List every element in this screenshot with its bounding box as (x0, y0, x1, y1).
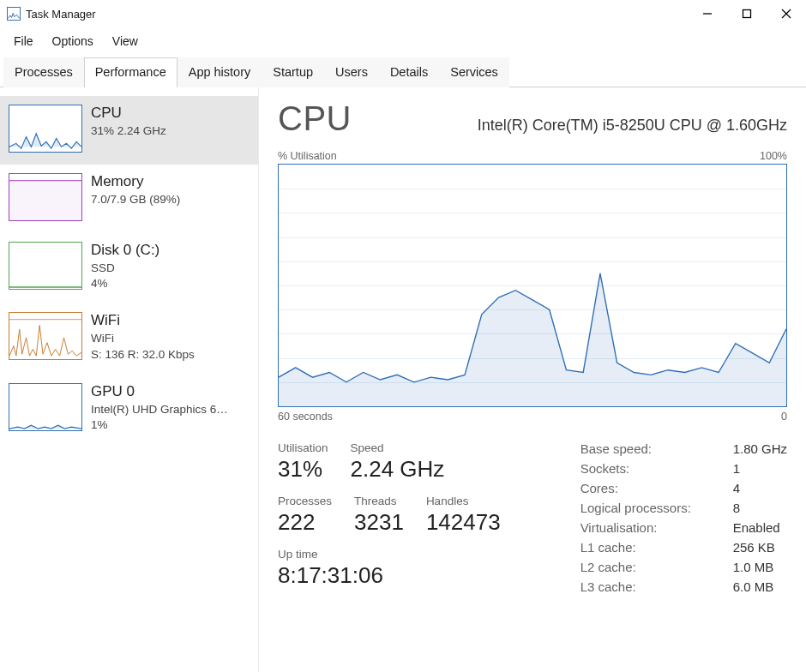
stat-processes: Processes 222 (278, 495, 332, 536)
spec-val: 1.80 GHz (733, 441, 787, 456)
sidebar-item-label: WiFi (91, 312, 195, 329)
task-manager-icon (7, 7, 21, 21)
cpu-thumb-icon (9, 105, 82, 153)
wifi-thumb-icon (9, 312, 82, 360)
tab-performance[interactable]: Performance (84, 57, 177, 87)
svg-rect-1 (743, 10, 751, 18)
window-title: Task Manager (26, 8, 96, 21)
cpu-chart-series (279, 165, 786, 406)
disk-thumb-icon (9, 242, 82, 290)
menu-view[interactable]: View (104, 31, 147, 51)
gpu-thumb-icon (9, 383, 82, 431)
menubar: File Options View (0, 27, 806, 57)
sidebar-item-gpu0[interactable]: GPU 0 Intel(R) UHD Graphics 6… 1% (0, 375, 258, 445)
menu-file[interactable]: File (5, 31, 42, 51)
close-button[interactable] (767, 0, 806, 27)
spec-val: 1 (733, 461, 787, 476)
sidebar-item-label: GPU 0 (91, 383, 228, 400)
tab-processes[interactable]: Processes (3, 57, 84, 87)
spec-val: 4 (733, 481, 787, 495)
tab-users[interactable]: Users (324, 57, 379, 87)
spec-val: 8 (733, 501, 787, 515)
stat-utilisation: Utilisation 31% (278, 441, 328, 483)
tab-details[interactable]: Details (379, 57, 439, 87)
sidebar-item-cpu[interactable]: CPU 31% 2.24 GHz (0, 96, 258, 165)
window-controls (688, 0, 806, 27)
chart-x-right: 0 (781, 411, 787, 423)
tab-app-history[interactable]: App history (177, 57, 262, 87)
sidebar-item-sub: 31% 2.24 GHz (91, 123, 166, 139)
cpu-model: Intel(R) Core(TM) i5-8250U CPU @ 1.60GHz (478, 117, 787, 135)
memory-thumb-icon (9, 173, 82, 221)
stat-handles: Handles 142473 (426, 495, 501, 536)
sidebar-item-label: Memory (91, 173, 180, 190)
sidebar-item-label: CPU (91, 105, 166, 122)
tabbar: Processes Performance App history Startu… (0, 57, 806, 87)
sidebar-item-sub: SSD 4% (91, 261, 159, 291)
stat-speed: Speed 2.24 GHz (351, 441, 445, 483)
chart-y-label: % Utilisation (278, 150, 337, 162)
spec-key: Sockets: (580, 461, 718, 476)
spec-val: 1.0 MB (733, 560, 787, 574)
sidebar-item-memory[interactable]: Memory 7.0/7.9 GB (89%) (0, 165, 258, 233)
spec-key: L1 cache: (580, 540, 718, 555)
sidebar-item-disk0[interactable]: Disk 0 (C:) SSD 4% (0, 233, 258, 303)
spec-val: 6.0 MB (733, 579, 787, 594)
chart-x-left: 60 seconds (278, 411, 333, 423)
chart-y-max: 100% (760, 150, 787, 162)
spec-key: Virtualisation: (580, 520, 718, 535)
spec-table: Base speed:1.80 GHz Sockets:1 Cores:4 Lo… (580, 441, 787, 594)
sidebar-item-sub: 7.0/7.9 GB (89%) (91, 192, 180, 207)
minimize-button[interactable] (688, 0, 727, 27)
sidebar-item-sub: Intel(R) UHD Graphics 6… 1% (91, 402, 228, 433)
detail-pane: CPU Intel(R) Core(TM) i5-8250U CPU @ 1.6… (259, 87, 806, 672)
sidebar-item-wifi[interactable]: WiFi WiFi S: 136 R: 32.0 Kbps (0, 303, 258, 374)
spec-key: Logical processors: (580, 501, 718, 515)
maximize-button[interactable] (727, 0, 767, 27)
cpu-utilisation-chart[interactable] (278, 164, 787, 407)
stat-threads: Threads 3231 (354, 495, 404, 536)
tab-startup[interactable]: Startup (262, 57, 324, 87)
content: CPU 31% 2.24 GHz Memory 7.0/7.9 GB (89%) (0, 87, 806, 672)
sidebar-item-sub: WiFi S: 136 R: 32.0 Kbps (91, 331, 195, 362)
titlebar: Task Manager (0, 0, 806, 27)
stat-uptime: Up time 8:17:31:06 (278, 548, 501, 589)
svg-rect-4 (9, 181, 81, 220)
spec-val: 256 KB (733, 540, 787, 555)
spec-key: L2 cache: (580, 560, 718, 574)
sidebar-item-label: Disk 0 (C:) (91, 242, 159, 259)
spec-val: Enabled (733, 520, 787, 535)
spec-key: L3 cache: (580, 579, 718, 594)
tab-services[interactable]: Services (439, 57, 509, 87)
menu-options[interactable]: Options (44, 31, 102, 51)
task-manager-window: Task Manager File Options View Processes… (0, 0, 806, 672)
spec-key: Cores: (580, 481, 718, 495)
sidebar: CPU 31% 2.24 GHz Memory 7.0/7.9 GB (89%) (0, 87, 259, 672)
spec-key: Base speed: (580, 441, 718, 456)
detail-heading: CPU (278, 99, 352, 138)
